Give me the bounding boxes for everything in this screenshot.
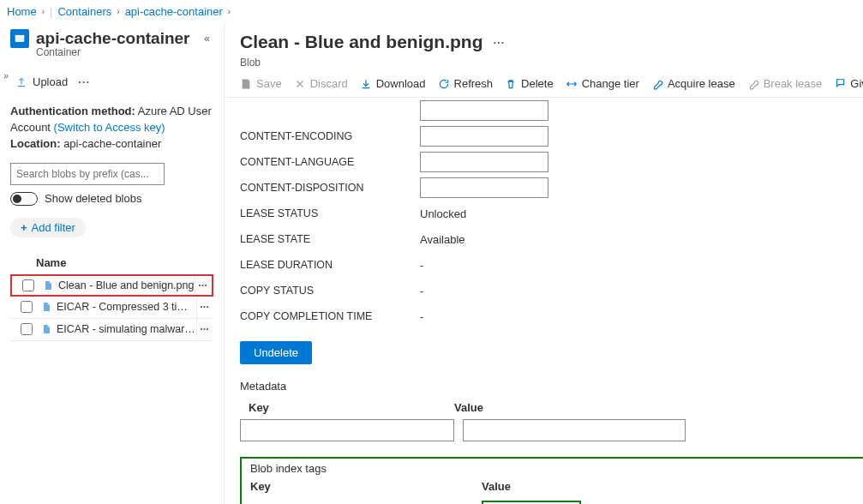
- chevron-right-icon: ›: [228, 7, 231, 16]
- file-checkbox[interactable]: [21, 323, 33, 335]
- lease-duration-label: LEASE DURATION: [240, 259, 420, 271]
- save-icon: [240, 78, 252, 90]
- metadata-key-header: Key: [240, 401, 454, 414]
- lease-state-label: LEASE STATE: [240, 233, 420, 245]
- feedback-button[interactable]: Give feedback: [834, 77, 863, 90]
- refresh-icon: [438, 78, 450, 90]
- metadata-title: Metadata: [240, 380, 863, 393]
- container-icon: [10, 29, 29, 48]
- metadata-value-header: Value: [454, 401, 483, 414]
- show-deleted-label: Show deleted blobs: [45, 192, 141, 205]
- file-list: Clean - Blue and benign.png ··· EICAR - …: [10, 274, 213, 341]
- expand-handle-icon[interactable]: »: [3, 70, 9, 81]
- metadata-key-input[interactable]: [240, 419, 454, 441]
- content-encoding-input[interactable]: [420, 126, 548, 147]
- change-tier-button[interactable]: Change tier: [566, 77, 639, 90]
- refresh-button[interactable]: Refresh: [438, 77, 494, 90]
- content-disposition-input[interactable]: [420, 177, 548, 198]
- blob-title: Clean - Blue and benign.png: [240, 32, 483, 52]
- upload-label: Upload: [33, 75, 68, 88]
- delete-icon: [505, 78, 517, 90]
- crumb-container[interactable]: api-cache-container: [125, 5, 223, 18]
- search-input[interactable]: [10, 163, 165, 185]
- file-icon: [41, 301, 51, 313]
- feedback-icon: [834, 78, 846, 90]
- row-more-menu[interactable]: ···: [195, 276, 210, 295]
- copy-completion-value: -: [420, 310, 423, 323]
- lease-status-label: LEASE STATUS: [240, 207, 420, 219]
- file-icon: [43, 279, 53, 291]
- name-column-header[interactable]: Name: [10, 256, 213, 269]
- content-encoding-label: CONTENT-ENCODING: [240, 130, 420, 142]
- chevron-right-icon: ›: [117, 7, 119, 16]
- download-icon: [360, 78, 372, 90]
- file-icon: [41, 323, 51, 335]
- break-lease-button: Break lease: [747, 77, 823, 90]
- container-subtitle: Container: [36, 46, 213, 58]
- location-label: Location:: [10, 137, 61, 150]
- blob-more-menu[interactable]: ···: [494, 36, 506, 49]
- breadcrumb: Home › | Containers › api-cache-containe…: [0, 0, 863, 22]
- row-more-menu[interactable]: ···: [196, 297, 212, 318]
- break-lease-icon: [747, 78, 759, 90]
- delete-button[interactable]: Delete: [505, 77, 554, 90]
- blob-detail-panel: Clean - Blue and benign.png ··· ✕ Blob S…: [224, 22, 863, 504]
- switch-access-key-link[interactable]: (Switch to Access key): [54, 121, 165, 134]
- upload-icon: [15, 76, 27, 88]
- metadata-value-input[interactable]: [463, 419, 686, 441]
- lease-duration-value: -: [420, 259, 423, 272]
- undelete-button[interactable]: Undelete: [240, 341, 312, 364]
- lease-status-value: Unlocked: [420, 207, 466, 220]
- tags-value-header: Value: [482, 480, 511, 493]
- lease-icon: [651, 78, 663, 90]
- more-menu[interactable]: ···: [78, 75, 90, 88]
- copy-status-value: -: [420, 285, 423, 297]
- show-deleted-toggle[interactable]: [10, 192, 38, 206]
- blob-index-tags-section: Blob index tags Key Value Malware Scanni…: [240, 457, 863, 504]
- container-panel: » api-cache-container « Container Upload…: [0, 22, 224, 504]
- copy-status-label: COPY STATUS: [240, 285, 420, 297]
- file-row[interactable]: Clean - Blue and benign.png ···: [10, 274, 213, 297]
- save-button: Save: [240, 77, 282, 90]
- plus-icon: +: [21, 221, 27, 234]
- content-disposition-label: CONTENT-DISPOSITION: [240, 182, 420, 194]
- command-bar: Save Discard Download Refresh Delete Cha…: [225, 69, 863, 98]
- lease-state-value: Available: [420, 233, 465, 246]
- file-checkbox[interactable]: [21, 301, 33, 313]
- auth-method-label: Authentication method:: [10, 105, 135, 117]
- file-name: EICAR - Compressed 3 time...: [57, 301, 196, 313]
- discard-button: Discard: [294, 77, 348, 90]
- blob-subtitle: Blob: [225, 57, 863, 69]
- container-title: api-cache-container: [36, 29, 190, 48]
- content-md5-input[interactable]: [420, 100, 548, 121]
- crumb-containers[interactable]: Containers: [57, 5, 111, 18]
- row-more-menu[interactable]: ···: [196, 319, 212, 340]
- copy-completion-label: COPY COMPLETION TIME: [240, 310, 420, 322]
- svg-rect-1: [15, 35, 25, 37]
- change-tier-icon: [566, 78, 578, 90]
- file-row[interactable]: EICAR - Compressed 3 time... ···: [10, 297, 213, 319]
- tags-key-header: Key: [250, 480, 482, 493]
- file-name: EICAR - simulating malware....: [57, 323, 196, 335]
- upload-button[interactable]: Upload: [15, 75, 68, 88]
- tag-value: No threats found: [482, 501, 581, 505]
- file-checkbox[interactable]: [22, 279, 34, 291]
- add-filter-button[interactable]: + Add filter: [10, 218, 86, 237]
- chevron-right-icon: ›: [42, 7, 45, 16]
- add-filter-label: Add filter: [32, 221, 75, 234]
- tag-row: Malware Scanning scan result No threats …: [250, 498, 863, 504]
- content-language-label: CONTENT-LANGUAGE: [240, 156, 420, 168]
- file-row[interactable]: EICAR - simulating malware.... ···: [10, 319, 213, 341]
- tags-title: Blob index tags: [250, 462, 863, 475]
- location-value: api-cache-container: [63, 137, 161, 150]
- acquire-lease-button[interactable]: Acquire lease: [651, 77, 735, 90]
- crumb-hidden: |: [50, 5, 52, 18]
- collapse-icon[interactable]: «: [204, 33, 213, 45]
- crumb-home[interactable]: Home: [7, 5, 37, 18]
- file-name: Clean - Blue and benign.png: [58, 279, 195, 291]
- download-button[interactable]: Download: [360, 77, 426, 90]
- content-language-input[interactable]: [420, 152, 548, 172]
- discard-icon: [294, 78, 306, 90]
